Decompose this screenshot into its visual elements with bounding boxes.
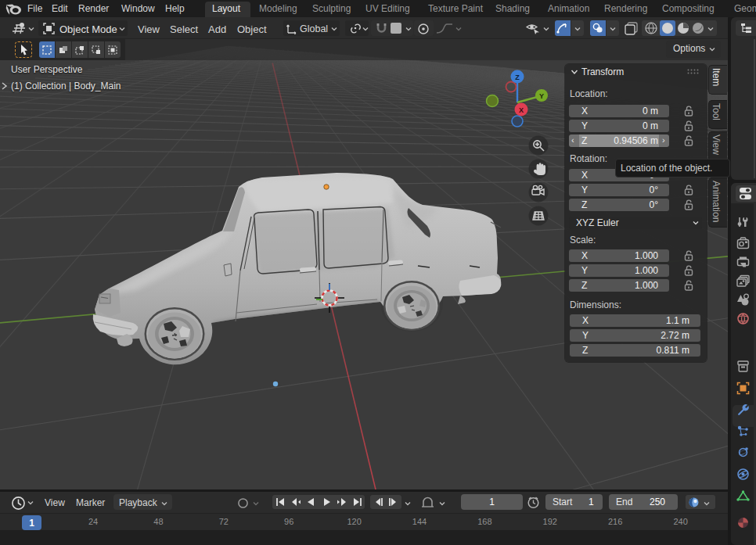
- svg-text:X: X: [519, 106, 524, 114]
- svg-text:Y: Y: [539, 92, 544, 100]
- svg-text:Z: Z: [515, 74, 520, 81]
